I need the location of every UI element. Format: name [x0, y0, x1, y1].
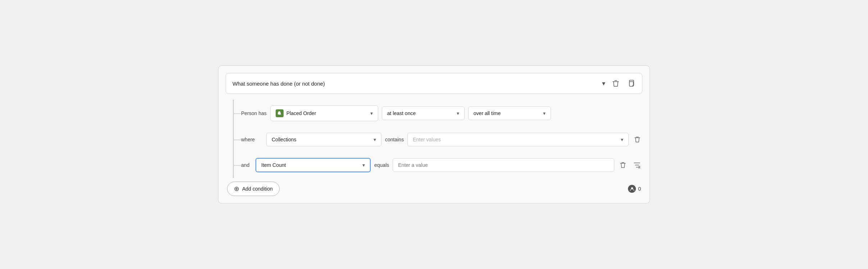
timeframe-select[interactable]: over all time ▾	[468, 106, 551, 120]
collections-label: Collections	[272, 137, 296, 142]
person-has-label: Person has	[241, 110, 267, 116]
add-condition-label: Add condition	[242, 186, 273, 192]
frequency-chevron-icon: ▾	[457, 110, 459, 116]
timeframe-label: over all time	[474, 110, 501, 116]
delete-condition-2-button[interactable]	[632, 134, 642, 145]
values-placeholder: Enter values	[413, 137, 441, 142]
values-select[interactable]: Enter values ▾	[407, 133, 629, 146]
shopify-icon	[276, 109, 284, 117]
value-input[interactable]	[393, 158, 614, 172]
collections-chevron-icon: ▾	[374, 137, 376, 142]
equals-label: equals	[374, 162, 389, 168]
header-chevron-icon[interactable]: ▾	[602, 79, 605, 87]
condition-builder: What someone has done (or not done) ▾ Pe…	[218, 65, 650, 204]
delete-header-button[interactable]	[611, 78, 620, 88]
footer-row: ⊕ Add condition 0	[226, 182, 642, 196]
condition-row-1: Person has Placed Order ▾ at least once …	[234, 100, 642, 127]
condition-row-2: where Collections ▾ contains Enter value…	[234, 127, 642, 152]
plus-circle-icon: ⊕	[234, 185, 239, 193]
user-count-value: 0	[638, 186, 641, 192]
user-count-display: 0	[628, 185, 641, 193]
header-title: What someone has done (or not done)	[232, 81, 602, 87]
timeframe-chevron-icon: ▾	[543, 110, 546, 116]
item-count-label: Item Count	[261, 162, 286, 168]
header-actions: ▾	[602, 78, 636, 88]
collections-select[interactable]: Collections ▾	[266, 133, 381, 146]
values-chevron-icon: ▾	[621, 137, 623, 142]
contains-label: contains	[385, 137, 404, 142]
user-avatar-icon	[628, 185, 636, 193]
frequency-select[interactable]: at least once ▾	[382, 106, 465, 120]
frequency-label: at least once	[387, 110, 416, 116]
condition-row-3: and Item Count ▾ equals	[234, 152, 642, 178]
item-count-chevron-icon: ▾	[362, 162, 365, 168]
and-label: and	[241, 162, 252, 168]
event-chevron-icon: ▾	[370, 110, 373, 116]
copy-header-button[interactable]	[626, 78, 636, 88]
add-condition-button[interactable]: ⊕ Add condition	[227, 182, 280, 196]
where-label: where	[241, 137, 263, 142]
item-count-select[interactable]: Item Count ▾	[256, 158, 371, 172]
header-row: What someone has done (or not done) ▾	[226, 73, 642, 94]
event-select[interactable]: Placed Order ▾	[270, 105, 378, 121]
filter-button[interactable]	[632, 160, 642, 170]
delete-condition-3-button[interactable]	[618, 160, 628, 170]
conditions-container: Person has Placed Order ▾ at least once …	[233, 100, 642, 178]
event-label: Placed Order	[286, 110, 316, 116]
